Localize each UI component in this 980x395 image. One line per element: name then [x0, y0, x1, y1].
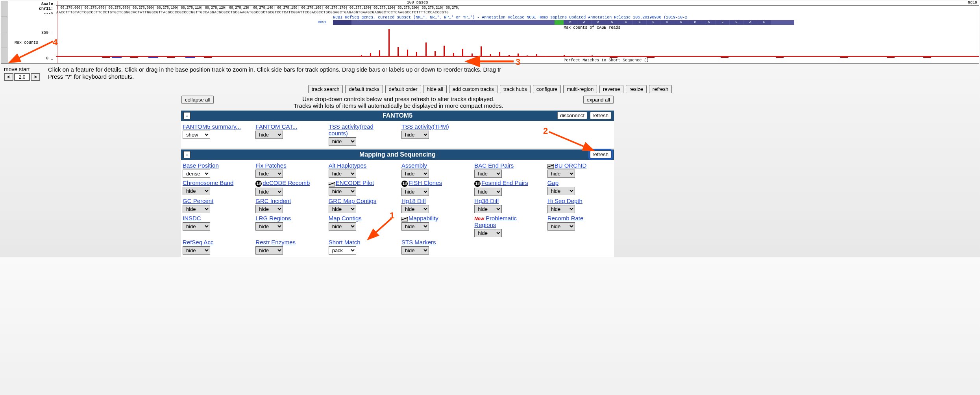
track-link[interactable]: Hg38 Diff [474, 198, 499, 204]
reverse-button[interactable]: reverse [599, 85, 623, 93]
track-hubs-button[interactable]: track hubs [500, 85, 531, 93]
disconnect-button[interactable]: disconnect [557, 112, 587, 119]
visibility-select[interactable]: hide [329, 205, 356, 213]
visibility-select[interactable]: pack [329, 246, 356, 255]
visibility-select[interactable]: hide [329, 137, 356, 146]
visibility-select[interactable]: hide [401, 222, 429, 231]
track-link[interactable]: STS Markers [401, 239, 436, 245]
multi-region-button[interactable]: multi-region [563, 85, 597, 93]
visibility-select[interactable]: show [183, 131, 210, 139]
refresh-button[interactable]: refresh [649, 85, 672, 93]
visibility-select[interactable]: hide [547, 222, 575, 231]
visibility-select[interactable]: hide [329, 187, 356, 196]
track-link[interactable]: Hg18 Diff [401, 198, 426, 204]
move-right-button[interactable]: > [31, 73, 40, 81]
move-left-button[interactable]: < [4, 73, 13, 81]
visibility-select[interactable]: hide [183, 222, 210, 231]
add-custom-tracks-button[interactable]: add custom tracks [449, 85, 498, 93]
track-link[interactable]: FANTOM5 summary... [183, 123, 241, 130]
track-link[interactable]: FISH Clones [409, 179, 442, 186]
track-area[interactable]: 100 bases hg19 | 66,278,060| 66,278,070|… [56, 1, 979, 63]
track-link[interactable]: BU ORChID [555, 162, 587, 169]
default-tracks-button[interactable]: default tracks [345, 85, 383, 93]
genome-browser-panel[interactable]: Scale chr11: ---> 350 _ 0 _ Max counts 1… [1, 1, 979, 64]
visibility-select[interactable]: hide [474, 229, 502, 237]
visibility-select[interactable]: hide [401, 246, 429, 255]
gene-name-label[interactable]: BBS1 [314, 20, 326, 24]
visibility-select[interactable]: dense [183, 170, 210, 178]
visibility-select[interactable]: hide [183, 205, 210, 213]
visibility-select[interactable]: hide [401, 170, 429, 178]
configure-button[interactable]: configure [533, 85, 561, 93]
cage-axis-label: Max counts [15, 41, 38, 45]
default-order-button[interactable]: default order [385, 85, 421, 93]
visibility-select[interactable]: hide [255, 222, 283, 231]
track-link[interactable]: BAC End Pairs [474, 162, 514, 169]
amino-acid-box: D [660, 20, 674, 25]
visibility-select[interactable]: hide [255, 188, 283, 196]
expand-all-button[interactable]: expand all [583, 96, 614, 104]
track-link[interactable]: TSS activity(read counts) [329, 123, 374, 137]
track-link[interactable]: GRC Map Contigs [329, 198, 377, 204]
visibility-select[interactable]: hide [183, 187, 210, 195]
track-link[interactable]: FANTOM CAT... [255, 123, 297, 130]
track-link[interactable]: Restr Enzymes [255, 239, 296, 245]
move-amount-input[interactable] [14, 73, 30, 81]
track-link[interactable]: Chromosome Band [183, 179, 233, 186]
group-refresh-button[interactable]: refresh [590, 112, 611, 119]
track-link[interactable]: LRG Regions [255, 215, 291, 221]
collapse-all-button[interactable]: collapse all [181, 96, 214, 104]
ruler-track[interactable]: 100 bases hg19 [56, 1, 979, 6]
visibility-select[interactable]: hide [401, 205, 429, 213]
group-collapse-toggle[interactable]: - [183, 112, 190, 119]
visibility-select[interactable]: hide [255, 205, 283, 213]
amino-acid-box: A [605, 20, 619, 25]
track-link[interactable]: GRC Incident [255, 198, 291, 204]
gene-model[interactable]: MAAASSSDSDACGAE [333, 20, 794, 25]
track-link[interactable]: Map Contigs [329, 215, 362, 221]
track-link[interactable]: Short Match [329, 239, 361, 245]
visibility-select[interactable]: hide [547, 187, 575, 195]
track-search-button[interactable]: track search [308, 85, 343, 93]
visibility-select[interactable]: hide [547, 205, 575, 213]
track-link[interactable]: Assembly [401, 162, 427, 169]
visibility-select[interactable]: hide [329, 222, 356, 231]
hide-all-button[interactable]: hide all [423, 85, 446, 93]
visibility-select[interactable]: hide [401, 188, 429, 196]
visibility-select[interactable]: hide [547, 170, 575, 178]
visibility-select[interactable]: hide [183, 246, 210, 255]
track-link[interactable]: TSS activity(TPM) [401, 123, 449, 130]
track-link[interactable]: Gap [547, 179, 558, 186]
visibility-select[interactable]: hide [329, 170, 356, 178]
track-link[interactable]: Alt Haplotypes [329, 162, 367, 169]
amino-acid-box: G [730, 20, 743, 25]
track-link[interactable]: Recomb Rate [547, 215, 584, 221]
track-side-bars[interactable] [1, 1, 7, 63]
track-link[interactable]: INSDC [183, 215, 201, 221]
cage-wiggle-plot[interactable] [56, 30, 979, 59]
side-bar-segment[interactable] [1, 17, 7, 33]
track-link[interactable]: Mappability [409, 215, 438, 221]
track-link[interactable]: Base Position [183, 162, 219, 169]
track-link[interactable]: GC Percent [183, 198, 213, 204]
side-bar-segment[interactable] [1, 1, 7, 17]
track-link[interactable]: ENCODE Pilot [336, 179, 374, 186]
group-collapse-toggle[interactable]: - [183, 151, 190, 158]
visibility-select[interactable]: hide [401, 131, 429, 139]
track-link[interactable]: Fix Patches [255, 162, 286, 169]
track-link[interactable]: deCODE Recomb [263, 179, 310, 186]
group-refresh-button[interactable]: refresh [590, 151, 611, 158]
side-bar-segment[interactable] [1, 48, 7, 64]
visibility-select[interactable]: hide [255, 131, 283, 139]
visibility-select[interactable]: hide [255, 246, 283, 255]
side-bar-segment[interactable] [1, 32, 7, 48]
visibility-select[interactable]: hide [474, 188, 502, 196]
track-link[interactable]: Hi Seq Depth [547, 198, 582, 204]
visibility-select[interactable]: hide [474, 205, 502, 213]
track-link[interactable]: Fosmid End Pairs [481, 179, 528, 186]
track-link[interactable]: RefSeq Acc [183, 239, 213, 245]
resize-button[interactable]: resize [626, 85, 647, 93]
visibility-select[interactable]: hide [255, 170, 283, 178]
visibility-select[interactable]: hide [474, 170, 502, 178]
track-cell: GRC Incidenthide [255, 198, 320, 213]
